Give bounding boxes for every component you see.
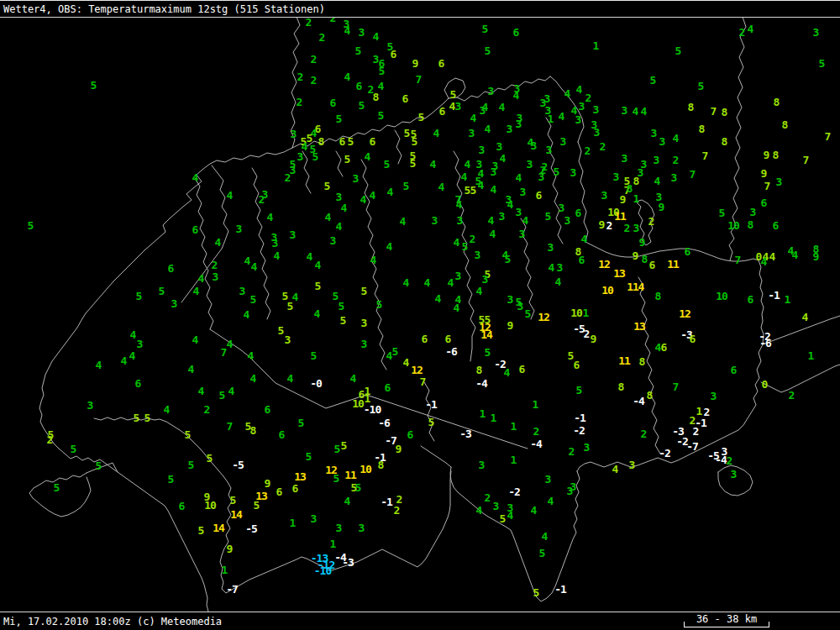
station-temp: 6: [536, 190, 542, 201]
station-temp: 6: [168, 263, 174, 274]
station-temp: 4: [251, 261, 257, 272]
station-temp: 4: [449, 101, 455, 112]
station-temp: 4: [193, 286, 199, 297]
station-temp: 8: [699, 123, 705, 134]
station-temp: 4: [549, 262, 554, 273]
station-temp: 3: [557, 262, 563, 273]
station-temp: 3: [479, 144, 485, 155]
station-temp: 4: [96, 360, 102, 370]
station-temp: 4: [315, 260, 321, 270]
station-temp: 5: [500, 513, 506, 524]
station-temp: 4: [164, 404, 170, 415]
station-temp: 4: [129, 350, 135, 361]
station-temp: 7: [803, 155, 809, 165]
station-temp: 9: [620, 194, 626, 205]
station-temp: 5: [344, 154, 350, 165]
station-temp: 5: [418, 112, 424, 123]
station-temp: 3: [507, 294, 513, 305]
station-temp: 11: [667, 259, 679, 270]
station-temp: 5: [568, 350, 574, 361]
station-temp: 4: [314, 308, 320, 319]
station-temp: 5: [159, 286, 165, 297]
status-timestamp: Mi, 17.02.2010 18:00z (c) Meteomedia: [3, 616, 222, 627]
station-temp: 4: [516, 172, 522, 183]
station-temp: 4: [513, 90, 519, 101]
station-temp: 6: [330, 97, 336, 108]
station-temp: 8: [647, 390, 653, 401]
station-temp: 5: [410, 158, 416, 169]
station-temp: 4: [192, 334, 198, 345]
station-temp: 4: [559, 111, 564, 122]
station-temp: 3: [488, 86, 494, 97]
station-temp: 5: [136, 291, 142, 302]
station-temp: 5: [341, 440, 347, 451]
station-temp: 8: [627, 183, 633, 194]
station-temp: 3: [622, 153, 627, 164]
station-temp: 3: [750, 207, 756, 218]
station-temp: 2: [584, 328, 590, 339]
station-temp: 6: [690, 333, 696, 344]
station-temp: 4: [612, 464, 618, 475]
station-temp: 8: [373, 92, 379, 102]
station-temp: 4: [287, 373, 293, 384]
station-temp: 6: [519, 364, 525, 375]
station-temp: 4: [307, 251, 312, 262]
station-temp: 4: [581, 234, 587, 244]
station-temp: 5: [482, 24, 488, 34]
station-temp: 8: [722, 107, 727, 118]
station-temp: 3: [455, 270, 461, 281]
station-temp: 5: [485, 347, 491, 358]
station-temp: 5: [698, 81, 704, 92]
station-temp: 7: [416, 74, 422, 85]
station-temp: 3: [290, 229, 296, 240]
station-temp: 5: [465, 185, 470, 196]
station-temp: -1: [768, 290, 780, 301]
station-temp: 1: [696, 406, 702, 417]
station-temp: 4: [227, 190, 233, 201]
station-temp: 2: [624, 223, 630, 234]
station-temp: 5: [554, 166, 559, 177]
station-temp: -1: [381, 496, 392, 507]
station-temp: 8: [618, 381, 624, 392]
station-temp: 1: [480, 408, 486, 419]
station-temp: 8: [773, 150, 779, 160]
station-temp: 3: [87, 400, 93, 411]
station-temp: 2: [394, 505, 400, 516]
station-temp: 3: [575, 114, 581, 125]
station-temp: 9: [412, 58, 418, 69]
station-temp: 4: [386, 241, 392, 252]
station-temp: 10: [570, 307, 582, 318]
station-temp: 3: [297, 151, 303, 162]
station-temp: 4: [344, 71, 350, 82]
station-temp: 7: [673, 381, 679, 392]
station-temp: 4: [198, 273, 204, 284]
station-temp: 8: [633, 176, 639, 186]
station-temp: 4: [336, 221, 342, 232]
station-temp: 4: [130, 329, 136, 340]
station-temp: 1: [330, 538, 336, 549]
station-temp: 5: [250, 294, 256, 305]
station-temp: 3: [353, 173, 359, 184]
station-temp: 3: [359, 27, 365, 38]
station-temp: 7: [702, 150, 708, 161]
station-temp: 3: [496, 141, 502, 152]
station-temp: 4: [769, 251, 775, 262]
station-temp: 5: [188, 459, 194, 470]
station-temp: 5: [539, 548, 545, 559]
station-temp: 1: [290, 517, 296, 528]
station-temp: 6: [574, 360, 580, 370]
station-temp: 5: [392, 346, 398, 357]
station-temp: 3: [272, 238, 278, 249]
station-temp: 9: [591, 333, 596, 344]
station-temp: -6: [759, 338, 771, 349]
map-area[interactable]: 5223434255636592224624867265553645584565…: [0, 0, 840, 630]
station-temp: 7: [735, 255, 741, 265]
station-temp: 4: [430, 159, 436, 170]
station-temp: 7: [690, 169, 696, 180]
station-temp: 3: [567, 486, 573, 496]
station-temp: 5: [207, 453, 213, 464]
station-temp: 4: [792, 249, 798, 260]
station-temp: 6: [773, 220, 779, 231]
station-temp: 5: [324, 181, 330, 192]
station-temp: 4: [641, 106, 647, 117]
